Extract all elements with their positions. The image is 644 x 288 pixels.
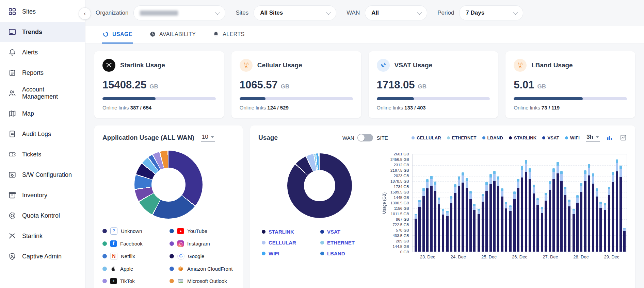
bar-segment-cellular	[616, 163, 618, 171]
bar-segment-wifi	[576, 195, 579, 198]
wan-select[interactable]: All	[365, 5, 427, 20]
sidebar-item-label: Account Management	[22, 86, 77, 100]
legend-item-google[interactable]: GGoogle	[170, 253, 235, 260]
wan-site-toggle[interactable]	[357, 134, 373, 141]
bar-segment-wifi	[616, 159, 618, 163]
bar-segment-wifi	[485, 182, 488, 185]
bar-segment-cellular	[552, 172, 555, 179]
legend-label: Amazon CloudFront	[187, 266, 232, 272]
period-select-value: 7 Days	[466, 10, 484, 16]
progress-fill	[240, 97, 266, 100]
usage-unit: GB	[149, 83, 158, 90]
series-legend-vsat[interactable]: VSAT	[542, 135, 559, 140]
legend-item-instagram[interactable]: Instagram	[170, 240, 235, 247]
legend-label: Netflix	[121, 253, 135, 259]
sidebar-item-trends[interactable]: Trends	[0, 22, 85, 42]
bar-segment-wifi	[422, 188, 425, 190]
legend-dot	[102, 241, 107, 246]
sidebar-item-s-w-configuration[interactable]: S/W Configuration	[0, 165, 85, 185]
legend-label: Facebook	[120, 241, 143, 247]
online-links: Online links387 / 654	[102, 105, 216, 111]
stacked-bar	[521, 166, 523, 252]
bar-segment-wifi	[462, 172, 464, 175]
legend-item-facebook[interactable]: fFacebook	[102, 240, 167, 247]
sidebar-item-reports[interactable]: Reports	[0, 63, 85, 83]
legend-item-starlink[interactable]: STARLINK	[262, 229, 319, 235]
sidebar-item-label: Map	[22, 110, 34, 117]
y-tick-label: 1300.5 GB	[390, 201, 409, 205]
tab-label: USAGE	[112, 31, 132, 37]
series-legend-wifi[interactable]: WIFI	[565, 135, 580, 140]
sidebar-item-label: Captive Admin	[22, 253, 62, 260]
bar-segment-wifi	[466, 178, 468, 181]
sidebar-item-alerts[interactable]: Alerts	[0, 42, 85, 63]
bar-segment-starlink	[478, 214, 480, 252]
chevron-down-icon	[417, 10, 422, 15]
toggle-knob	[358, 134, 365, 141]
legend-dot	[542, 136, 545, 139]
sidebar-item-label: Alerts	[22, 49, 38, 56]
bar-segment-starlink	[564, 195, 566, 252]
legend-item-wifi[interactable]: WIFI	[262, 251, 319, 256]
bar-segment-starlink	[541, 213, 543, 252]
bar-segment-wifi	[608, 187, 610, 189]
legend-label: Instagram	[187, 241, 210, 247]
usage-donut-section: STARLINKVSATCELLULARETHERNETWIFILBAND	[258, 144, 381, 259]
legend-item-unknown[interactable]: ?Unknown	[102, 227, 167, 235]
bar-segment-wifi	[560, 171, 563, 174]
bar-segment-cellular	[442, 211, 444, 215]
legend-item-youtube[interactable]: YouTube	[170, 227, 235, 235]
sidebar-item-sites[interactable]: Sites	[0, 1, 85, 22]
sidebar-item-quota-kontrol[interactable]: Quota Kontrol	[0, 205, 85, 226]
legend-label: Apple	[120, 266, 133, 272]
bar-segment-cellular	[560, 174, 563, 181]
sidebar-item-account-management[interactable]: Account Management	[0, 83, 85, 103]
period-select[interactable]: 7 Days	[459, 5, 523, 20]
bar-segment-cellular	[422, 191, 425, 197]
google-icon: G	[177, 253, 184, 260]
series-legend-lband[interactable]: LBAND	[482, 135, 503, 140]
bar-segment-cellular	[493, 174, 496, 181]
sidebar-item-captive-admin[interactable]: Captive Admin	[0, 246, 85, 267]
tab-usage[interactable]: USAGE	[102, 26, 133, 44]
legend-item-ethernet[interactable]: ETHERNET	[320, 240, 377, 245]
bar-segment-cellular	[529, 172, 531, 179]
lband-card-icon	[514, 59, 527, 72]
bar-segment-cellular	[557, 166, 559, 174]
filter-bar: OrganizationSitesAll SitesWANAllPeriod7 …	[85, 0, 644, 26]
bar-segment-cellular	[596, 191, 598, 197]
online-links-label: Online links	[377, 105, 403, 111]
y-tick-label: 1156 GB	[394, 206, 409, 210]
bar-chart-view-button[interactable]	[606, 134, 613, 141]
organization-select[interactable]	[133, 5, 225, 20]
interval-dropdown[interactable]: 3h	[586, 134, 600, 142]
series-legend-ethernet[interactable]: ETHERNET	[447, 135, 477, 140]
sidebar-item-audit-logs[interactable]: Audit Logs	[0, 124, 85, 144]
progress-fill	[514, 97, 583, 100]
legend-item-microsoft-outlook[interactable]: Microsoft Outlook	[170, 278, 235, 284]
legend-item-lband[interactable]: LBAND	[320, 251, 377, 256]
sidebar-item-inventory[interactable]: Inventory	[0, 185, 85, 205]
legend-item-amazon-cloudfront[interactable]: Amazon CloudFront	[170, 266, 235, 272]
legend-item-vsat[interactable]: VSAT	[320, 229, 377, 235]
series-legend-starlink[interactable]: STARLINK	[509, 135, 536, 140]
legend-item-tiktok[interactable]: ♪TikTok	[102, 278, 167, 284]
sidebar-item-map[interactable]: Map	[0, 103, 85, 124]
legend-item-apple[interactable]: Apple	[102, 266, 167, 272]
legend-item-netflix[interactable]: NNetflix	[102, 253, 167, 260]
usage-unit: GB	[418, 83, 427, 90]
line-chart-view-button[interactable]	[619, 134, 627, 141]
tab-availability[interactable]: AVAILABILITY	[149, 26, 196, 44]
tab-alerts[interactable]: ALERTS	[212, 26, 245, 44]
bar-segment-cellular	[478, 210, 480, 214]
sidebar-item-starlink[interactable]: Starlink	[0, 226, 85, 246]
bar-segment-starlink	[485, 191, 488, 252]
top-apps-count-dropdown[interactable]: 10	[201, 134, 215, 142]
series-legend-cellular[interactable]: CELLULAR	[412, 135, 441, 140]
legend-item-cellular[interactable]: CELLULAR	[262, 240, 319, 245]
sidebar-item-tickets[interactable]: Tickets	[0, 144, 85, 165]
sidebar-collapse-button[interactable]: ‹	[79, 7, 91, 20]
bar-segment-starlink	[473, 210, 476, 252]
legend-dot	[262, 241, 265, 244]
sites-select[interactable]: All Sites	[254, 5, 336, 20]
